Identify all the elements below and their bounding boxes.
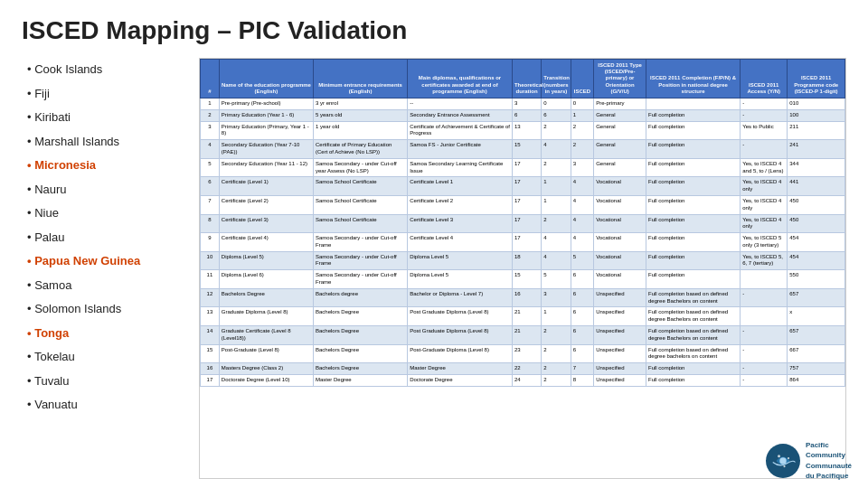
logo-text: Pacific Community Communauté du Pacifiqu… (806, 440, 852, 481)
cell-15-8: Full completion (646, 363, 741, 375)
col-header-3: Main diplomas, qualifications or certifi… (408, 60, 513, 99)
sidebar-item-tonga: Tonga (22, 322, 184, 345)
table-row: 15Post-Graduate (Level 8)Bachelors Degre… (201, 344, 845, 363)
col-header-9: ISCED 2011 Access (Y/N) (741, 60, 788, 99)
cell-14-4: 23 (512, 344, 541, 363)
sidebar-item-niue: Niue (22, 202, 184, 225)
cell-1-3: Secondary Entrance Assessment (408, 109, 513, 121)
cell-6-9: Yes, to ISCED 4 only (741, 195, 788, 214)
cell-11-7: Unspecified (594, 288, 646, 307)
cell-15-10: 757 (788, 363, 845, 375)
table-row: 7Certificate (Level 2)Samoa School Certi… (201, 195, 845, 214)
cell-0-3: -- (408, 98, 513, 109)
cell-2-5: 2 (542, 121, 571, 140)
table-row: 9Certificate (Level 4)Samoa Secondary - … (201, 233, 845, 252)
col-header-10: ISCED 2011 Programme code (ISCED-P 1-dig… (788, 60, 845, 99)
cell-16-6: 8 (571, 375, 593, 387)
col-header-5: Transition (numbers in years) (542, 60, 571, 99)
logo-circle (766, 444, 800, 478)
cell-11-2: Bachelors degree (314, 288, 408, 307)
cell-6-2: Samoa School Certificate (314, 195, 408, 214)
cell-4-2: Samoa Secondary - under Cut-off year Ass… (314, 158, 408, 177)
cell-16-2: Master Degree (314, 375, 408, 387)
cell-2-4: 13 (512, 121, 541, 140)
cell-2-2: 1 year old (314, 121, 408, 140)
cell-14-5: 2 (542, 344, 571, 363)
cell-15-4: 22 (512, 363, 541, 375)
cell-10-3: Diploma Level 5 (408, 270, 513, 289)
cell-15-6: 7 (571, 363, 593, 375)
cell-9-9: Yes, to ISCED 5, 6, 7 (tertiary) (741, 251, 788, 270)
cell-7-5: 2 (542, 214, 571, 233)
cell-0-1: Pre-primary (Pre-school) (219, 98, 313, 109)
cell-13-1: Graduate Certificate (Level 8 (Level18)) (219, 326, 313, 345)
cell-16-8: Full completion (646, 375, 741, 387)
cell-2-8: Full completion (646, 121, 741, 140)
cell-8-2: Samoa Secondary - under Cut-off Frame (314, 233, 408, 252)
cell-1-6: 1 (571, 109, 593, 121)
cell-12-9 (741, 307, 788, 326)
cell-9-6: 5 (571, 251, 593, 270)
cell-3-10: 241 (788, 140, 845, 159)
col-header-2: Minimum entrance requirements (English) (314, 60, 408, 99)
cell-8-8: Full completion (646, 233, 741, 252)
cell-16-1: Doctorate Degree (Level 10) (219, 375, 313, 387)
cell-7-2: Samoa School Certificate (314, 214, 408, 233)
cell-9-10: 454 (788, 251, 845, 270)
table-row: 3Primary Education (Primary, Year 1 - 8)… (201, 121, 845, 140)
cell-2-0: 3 (201, 121, 220, 140)
col-header-8: ISCED 2011 Completion (F/P/N) & Position… (646, 60, 741, 99)
sidebar-item-kiribati: Kiribati (22, 106, 184, 129)
cell-6-3: Certificate Level 2 (408, 195, 513, 214)
sidebar-item-tuvalu: Tuvalu (22, 370, 184, 393)
cell-12-7: Unspecified (594, 307, 646, 326)
cell-0-2: 3 yr enrol (314, 98, 408, 109)
cell-11-9: - (741, 288, 788, 307)
cell-4-7: General (594, 158, 646, 177)
content-area: Cook IslandsFijiKiribatiMarshall Islands… (22, 58, 846, 479)
cell-15-2: Bachelors Degree (314, 363, 408, 375)
cell-7-4: 17 (512, 214, 541, 233)
cell-12-5: 1 (542, 307, 571, 326)
cell-15-9: - (741, 363, 788, 375)
cell-11-5: 3 (542, 288, 571, 307)
cell-14-10: 667 (788, 344, 845, 363)
cell-7-0: 8 (201, 214, 220, 233)
col-header-7: ISCED 2011 Type (ISCED/Pre-primary) or O… (594, 60, 646, 99)
cell-0-6: 0 (571, 98, 593, 109)
cell-13-0: 14 (201, 326, 220, 345)
col-header-1: Name of the education programme (English… (219, 60, 313, 99)
cell-13-2: Bachelors Degree (314, 326, 408, 345)
table-row: 4Secondary Education (Year 7-10 (PAE))Ce… (201, 140, 845, 159)
cell-11-10: 657 (788, 288, 845, 307)
cell-3-9: - (741, 140, 788, 159)
cell-15-5: 2 (542, 363, 571, 375)
cell-2-3: Certificate of Achievement & Certificate… (408, 121, 513, 140)
sidebar-item-samoa: Samoa (22, 274, 184, 297)
cell-12-0: 13 (201, 307, 220, 326)
table-row: 12Bachelors DegreeBachelors degreeBachel… (201, 288, 845, 307)
cell-16-5: 2 (542, 375, 571, 387)
cell-6-10: 450 (788, 195, 845, 214)
cell-10-4: 15 (512, 270, 541, 289)
table-row: 8Certificate (Level 3)Samoa School Certi… (201, 214, 845, 233)
cell-14-7: Unspecified (594, 344, 646, 363)
table-container: #Name of the education programme (Englis… (199, 58, 846, 479)
cell-6-7: Vocational (594, 195, 646, 214)
cell-5-8: Full completion (646, 177, 741, 196)
page-title: ISCED Mapping – PIC Validation (22, 16, 846, 45)
cell-15-0: 16 (201, 363, 220, 375)
cell-10-8: Full completion (646, 270, 741, 289)
cell-1-10: 100 (788, 109, 845, 121)
table-row: 2Primary Education (Year 1 - 6)5 years o… (201, 109, 845, 121)
cell-9-2: Samoa Secondary - under Cut-off Frame (314, 251, 408, 270)
cell-5-4: 17 (512, 177, 541, 196)
cell-7-10: 450 (788, 214, 845, 233)
cell-13-3: Post Graduate Diploma (Level 8) (408, 326, 513, 345)
cell-6-5: 1 (542, 195, 571, 214)
cell-1-1: Primary Education (Year 1 - 6) (219, 109, 313, 121)
cell-11-1: Bachelors Degree (219, 288, 313, 307)
cell-11-3: Bachelor or Diploma - Level 7) (408, 288, 513, 307)
sidebar-item-nauru: Nauru (22, 178, 184, 202)
sidebar-item-palau: Palau (22, 226, 184, 249)
